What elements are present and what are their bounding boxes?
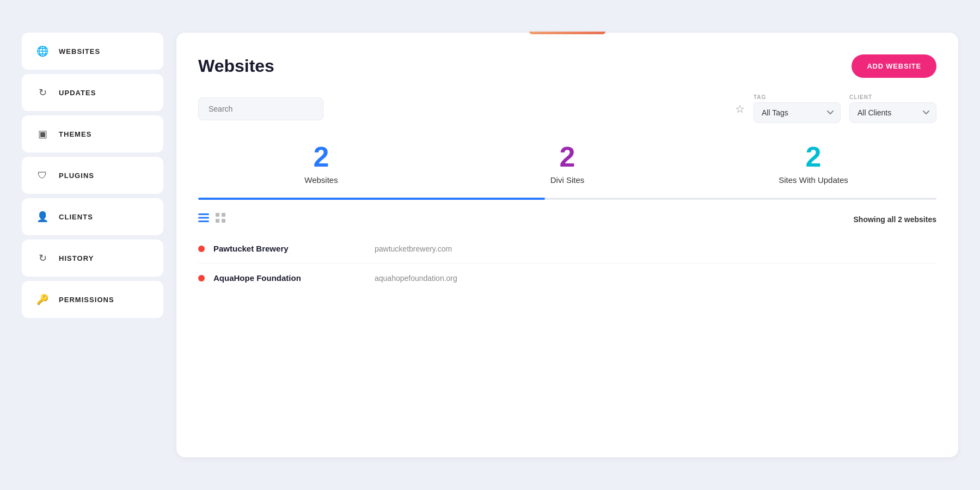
sidebar-label-updates: UPDATES xyxy=(59,89,96,97)
clients-icon: 👤 xyxy=(35,209,50,224)
stat-updates-label: Sites With Updates xyxy=(690,175,936,185)
updates-icon: ↻ xyxy=(35,85,50,100)
svg-rect-5 xyxy=(216,219,219,223)
client-filter-select[interactable]: All Clients xyxy=(849,102,936,123)
client-filter-group: CLIENT All Clients xyxy=(849,94,936,123)
svg-rect-0 xyxy=(198,213,209,215)
svg-rect-3 xyxy=(216,213,219,217)
sidebar-label-history: HISTORY xyxy=(59,254,94,262)
grid-view-button[interactable] xyxy=(216,213,225,225)
sidebar-item-websites[interactable]: 🌐 WEBSITES xyxy=(22,33,163,70)
client-filter-label: CLIENT xyxy=(849,94,936,100)
stat-divi-number: 2 xyxy=(444,143,690,171)
globe-icon: 🌐 xyxy=(35,44,50,59)
stat-divi: 2 Divi Sites xyxy=(444,143,690,185)
plugins-icon: 🛡 xyxy=(35,168,50,183)
table-row: Pawtucket Brewery pawtucketbrewery.com xyxy=(198,234,936,264)
main-content: Websites ADD WEBSITE ☆ TAG All Tags CLIE… xyxy=(176,33,958,457)
stat-websites: 2 Websites xyxy=(198,143,444,185)
website-name-2[interactable]: AquaHope Foundation xyxy=(213,273,333,283)
website-url-1[interactable]: pawtucketbrewery.com xyxy=(375,244,452,253)
filters-row: ☆ TAG All Tags CLIENT All Clients xyxy=(198,94,936,123)
app-container: 🌐 WEBSITES ↻ UPDATES ▣ THEMES 🛡 PLUGINS … xyxy=(0,0,980,490)
svg-rect-2 xyxy=(198,220,209,222)
page-header: Websites ADD WEBSITE xyxy=(198,54,936,78)
sidebar-item-updates[interactable]: ↻ UPDATES xyxy=(22,74,163,111)
top-accent xyxy=(529,32,605,34)
tag-filter-select[interactable]: All Tags xyxy=(754,102,841,123)
history-icon: ↻ xyxy=(35,250,50,266)
view-icons xyxy=(198,213,225,225)
svg-rect-4 xyxy=(222,213,225,217)
showing-text: Showing all 2 websites xyxy=(854,215,936,224)
themes-icon: ▣ xyxy=(35,126,50,142)
sidebar-item-permissions[interactable]: 🔑 PERMISSIONS xyxy=(22,281,163,318)
sidebar-item-plugins[interactable]: 🛡 PLUGINS xyxy=(22,157,163,194)
sidebar: 🌐 WEBSITES ↻ UPDATES ▣ THEMES 🛡 PLUGINS … xyxy=(22,33,163,457)
website-list: Pawtucket Brewery pawtucketbrewery.com A… xyxy=(198,234,936,292)
sidebar-label-themes: THEMES xyxy=(59,130,91,138)
permissions-icon: 🔑 xyxy=(35,292,50,307)
stat-updates: 2 Sites With Updates xyxy=(690,143,936,185)
list-controls: Showing all 2 websites xyxy=(198,213,936,225)
table-row: AquaHope Foundation aquahopefoundation.o… xyxy=(198,264,936,292)
stat-updates-number: 2 xyxy=(690,143,936,171)
sidebar-item-history[interactable]: ↻ HISTORY xyxy=(22,240,163,277)
website-name-1[interactable]: Pawtucket Brewery xyxy=(213,244,333,253)
status-dot-2 xyxy=(198,275,205,281)
tag-filter-label: TAG xyxy=(754,94,841,100)
website-url-2[interactable]: aquahopefoundation.org xyxy=(375,274,457,283)
sidebar-label-websites: WEBSITES xyxy=(59,47,100,56)
tag-filter-group: TAG All Tags xyxy=(754,94,841,123)
sidebar-label-permissions: PERMISSIONS xyxy=(59,296,114,304)
sidebar-label-plugins: PLUGINS xyxy=(59,171,94,180)
search-input[interactable] xyxy=(198,97,323,120)
stat-websites-label: Websites xyxy=(198,175,444,185)
sidebar-item-clients[interactable]: 👤 CLIENTS xyxy=(22,198,163,235)
progress-bar-fill xyxy=(198,198,545,200)
page-title: Websites xyxy=(198,56,274,76)
sidebar-item-themes[interactable]: ▣ THEMES xyxy=(22,115,163,152)
star-icon[interactable]: ☆ xyxy=(735,102,745,115)
svg-rect-6 xyxy=(222,219,225,223)
stat-divi-label: Divi Sites xyxy=(444,175,690,185)
status-dot-1 xyxy=(198,246,205,252)
stats-row: 2 Websites 2 Divi Sites 2 Sites With Upd… xyxy=(198,143,936,198)
add-website-button[interactable]: ADD WEBSITE xyxy=(852,54,936,78)
svg-rect-1 xyxy=(198,217,209,219)
stat-websites-number: 2 xyxy=(198,143,444,171)
list-view-button[interactable] xyxy=(198,213,209,225)
sidebar-label-clients: CLIENTS xyxy=(59,213,93,221)
progress-bar-container xyxy=(198,198,936,200)
